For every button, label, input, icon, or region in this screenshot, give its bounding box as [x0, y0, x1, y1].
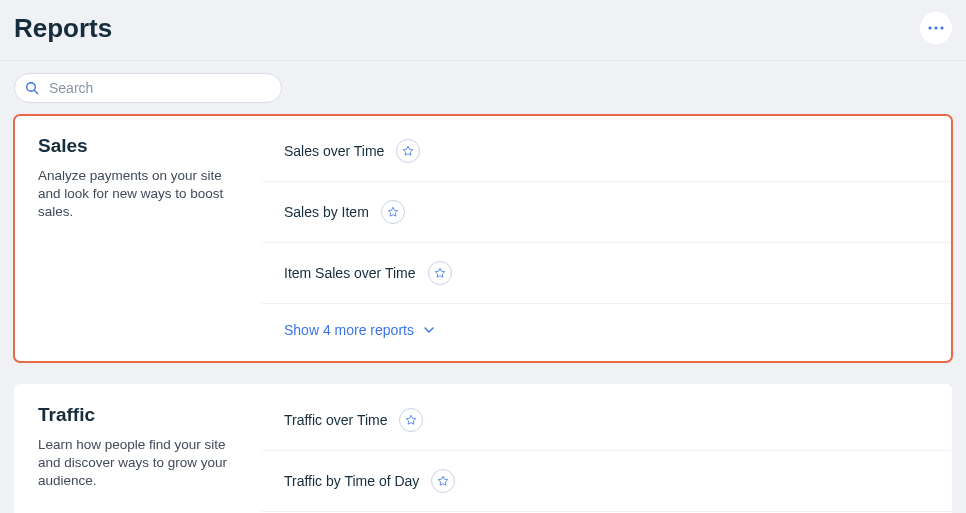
star-icon — [402, 145, 414, 157]
more-horizontal-icon — [928, 26, 944, 30]
svg-point-2 — [940, 26, 943, 29]
report-row[interactable]: Sales over Time — [262, 121, 952, 182]
report-name: Sales over Time — [284, 143, 384, 159]
report-name: Item Sales over Time — [284, 265, 416, 281]
section-title: Sales — [38, 135, 244, 157]
show-more-label: Show 4 more reports — [284, 322, 414, 338]
svg-line-4 — [35, 91, 38, 94]
favorite-button[interactable] — [428, 261, 452, 285]
svg-point-1 — [934, 26, 937, 29]
section-sales: Sales Analyze payments on your site and … — [14, 115, 952, 362]
report-row[interactable]: Traffic over Time — [262, 390, 952, 451]
star-icon — [405, 414, 417, 426]
section-description: Analyze payments on your site and look f… — [38, 167, 244, 222]
favorite-button[interactable] — [396, 139, 420, 163]
section-title: Traffic — [38, 404, 244, 426]
chevron-down-icon — [424, 327, 434, 333]
report-row[interactable]: Traffic by Time of Day — [262, 451, 952, 512]
star-icon — [387, 206, 399, 218]
favorite-button[interactable] — [431, 469, 455, 493]
search-icon — [25, 81, 39, 95]
favorite-button[interactable] — [381, 200, 405, 224]
section-traffic: Traffic Learn how people find your site … — [14, 384, 952, 513]
search-input[interactable] — [14, 73, 282, 103]
page-title: Reports — [14, 13, 112, 44]
star-icon — [434, 267, 446, 279]
svg-point-0 — [928, 26, 931, 29]
star-icon — [437, 475, 449, 487]
show-more-reports[interactable]: Show 4 more reports — [262, 304, 952, 362]
report-row[interactable]: Item Sales over Time — [262, 243, 952, 304]
favorite-button[interactable] — [399, 408, 423, 432]
more-actions-button[interactable] — [920, 12, 952, 44]
report-name: Sales by Item — [284, 204, 369, 220]
report-row[interactable]: Sales by Item — [262, 182, 952, 243]
report-name: Traffic over Time — [284, 412, 387, 428]
section-description: Learn how people find your site and disc… — [38, 436, 244, 491]
report-name: Traffic by Time of Day — [284, 473, 419, 489]
